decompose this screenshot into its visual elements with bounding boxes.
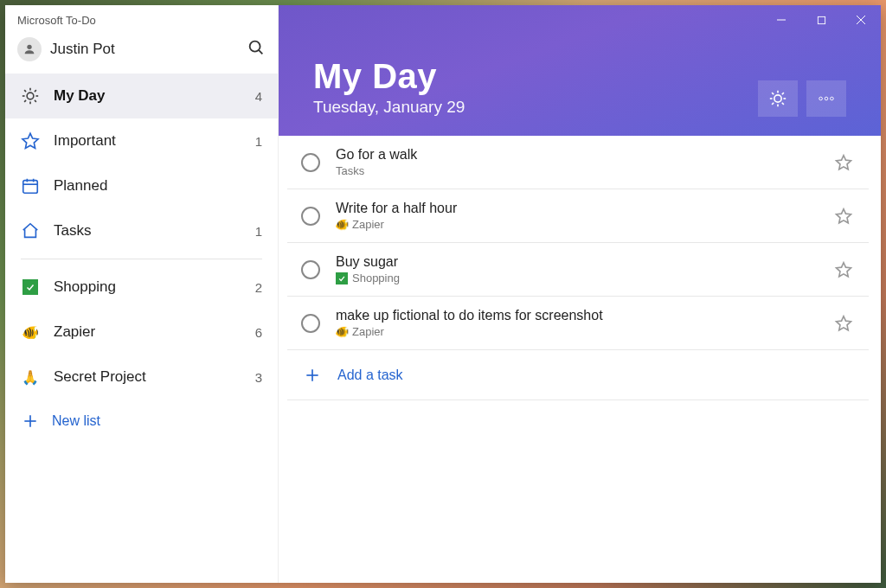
sidebar: Microsoft To-Do Justin Pot My Day4Import… <box>5 5 279 583</box>
sidebar-item-count: 4 <box>255 89 262 104</box>
page-title: My Day <box>313 57 758 96</box>
custom-lists: Shopping2🐠Zapier6🙏Secret Project3 <box>5 265 278 399</box>
svg-point-35 <box>819 97 823 100</box>
svg-line-8 <box>24 90 26 92</box>
smart-lists: My Day4Important1PlannedTasks1 <box>5 70 278 253</box>
minimize-button[interactable] <box>761 5 801 35</box>
window-controls <box>279 5 881 35</box>
task-row[interactable]: Go for a walkTasks <box>287 136 869 189</box>
new-list-button[interactable]: New list <box>5 399 278 443</box>
task-meta: Tasks <box>336 164 827 177</box>
complete-checkbox[interactable] <box>301 153 320 172</box>
sidebar-item-tasks[interactable]: Tasks1 <box>5 208 278 253</box>
svg-point-0 <box>27 45 31 49</box>
sidebar-item-shopping[interactable]: Shopping2 <box>5 265 278 310</box>
add-task-button[interactable]: Add a task <box>287 350 869 400</box>
sidebar-item-label: Zapier <box>54 323 255 341</box>
svg-line-2 <box>259 50 262 54</box>
add-task-label: Add a task <box>337 368 403 383</box>
task-body: Go for a walkTasks <box>336 147 827 177</box>
task-row[interactable]: make up fictional to do items for screen… <box>287 297 869 350</box>
star-button[interactable] <box>834 260 853 279</box>
sidebar-item-planned[interactable]: Planned <box>5 163 278 208</box>
svg-point-36 <box>825 97 828 100</box>
svg-line-33 <box>772 103 774 105</box>
profile-row[interactable]: Justin Pot <box>5 32 278 70</box>
task-title: Buy sugar <box>336 254 827 270</box>
new-list-label: New list <box>52 413 100 429</box>
sidebar-item-count: 3 <box>255 370 262 385</box>
task-meta: 🐠Zapier <box>336 325 827 338</box>
app-title: Microsoft To-Do <box>5 5 278 32</box>
avatar <box>17 37 42 61</box>
task-list: Go for a walkTasksWrite for a half hour🐠… <box>279 136 881 583</box>
sidebar-item-label: Secret Project <box>54 368 255 386</box>
calendar-icon <box>21 176 40 195</box>
task-title: Go for a walk <box>336 147 827 163</box>
svg-line-34 <box>782 93 784 94</box>
svg-line-11 <box>35 90 36 92</box>
sidebar-item-count: 2 <box>255 280 262 295</box>
task-body: Write for a half hour🐠Zapier <box>336 201 827 231</box>
svg-marker-40 <box>837 262 851 276</box>
sidebar-item-label: Tasks <box>54 222 255 240</box>
list-icon <box>21 278 40 297</box>
svg-marker-38 <box>837 155 851 169</box>
task-title: Write for a half hour <box>336 201 827 216</box>
more-options-button[interactable] <box>806 80 846 117</box>
svg-line-32 <box>782 103 784 105</box>
svg-point-26 <box>774 95 781 102</box>
search-icon[interactable] <box>247 38 266 61</box>
svg-marker-12 <box>22 133 38 148</box>
plus-icon <box>21 412 40 431</box>
home-icon <box>21 221 40 240</box>
star-icon <box>21 131 40 150</box>
sun-icon <box>21 86 40 105</box>
task-body: make up fictional to do items for screen… <box>336 308 827 338</box>
star-button[interactable] <box>834 153 853 172</box>
sidebar-divider <box>21 259 262 259</box>
sidebar-item-myday[interactable]: My Day4 <box>5 74 278 118</box>
app-window: Microsoft To-Do Justin Pot My Day4Import… <box>5 5 881 583</box>
task-meta: Shopping <box>336 272 827 284</box>
sidebar-item-important[interactable]: Important1 <box>5 118 278 163</box>
list-icon: 🙏 <box>21 368 40 387</box>
complete-checkbox[interactable] <box>301 207 320 226</box>
task-row[interactable]: Buy sugarShopping <box>287 243 869 297</box>
task-title: make up fictional to do items for screen… <box>336 308 827 323</box>
suggestions-button[interactable] <box>758 80 798 117</box>
svg-rect-23 <box>818 16 825 23</box>
sidebar-item-label: Planned <box>54 177 262 195</box>
svg-point-1 <box>250 42 260 52</box>
star-button[interactable] <box>834 207 853 226</box>
maximize-button[interactable] <box>801 5 841 35</box>
svg-point-37 <box>831 97 834 100</box>
svg-line-10 <box>24 100 26 102</box>
sidebar-item-label: Shopping <box>54 278 255 296</box>
svg-rect-13 <box>23 181 38 194</box>
svg-marker-39 <box>837 208 851 222</box>
svg-line-31 <box>772 93 774 94</box>
user-name: Justin Pot <box>50 41 247 58</box>
sidebar-item-count: 6 <box>255 325 262 340</box>
sidebar-item-count: 1 <box>255 134 262 149</box>
task-meta: 🐠Zapier <box>336 218 827 231</box>
sidebar-item-label: My Day <box>54 87 255 105</box>
svg-point-3 <box>27 93 34 99</box>
list-icon: 🐠 <box>21 323 40 342</box>
complete-checkbox[interactable] <box>301 314 320 333</box>
star-button[interactable] <box>834 314 853 333</box>
svg-line-9 <box>35 100 36 102</box>
main-panel: My Day Tuesday, January 29 Go for a walk… <box>279 5 881 583</box>
close-button[interactable] <box>841 5 881 35</box>
sidebar-item-count: 1 <box>255 224 262 239</box>
task-row[interactable]: Write for a half hour🐠Zapier <box>287 189 869 243</box>
sidebar-item-secret[interactable]: 🙏Secret Project3 <box>5 355 278 399</box>
page-date: Tuesday, January 29 <box>313 98 758 117</box>
task-body: Buy sugarShopping <box>336 254 827 284</box>
sidebar-item-zapier[interactable]: 🐠Zapier6 <box>5 310 278 355</box>
plus-icon <box>303 366 322 385</box>
sidebar-item-label: Important <box>54 132 255 150</box>
complete-checkbox[interactable] <box>301 260 320 279</box>
svg-marker-41 <box>837 316 851 329</box>
